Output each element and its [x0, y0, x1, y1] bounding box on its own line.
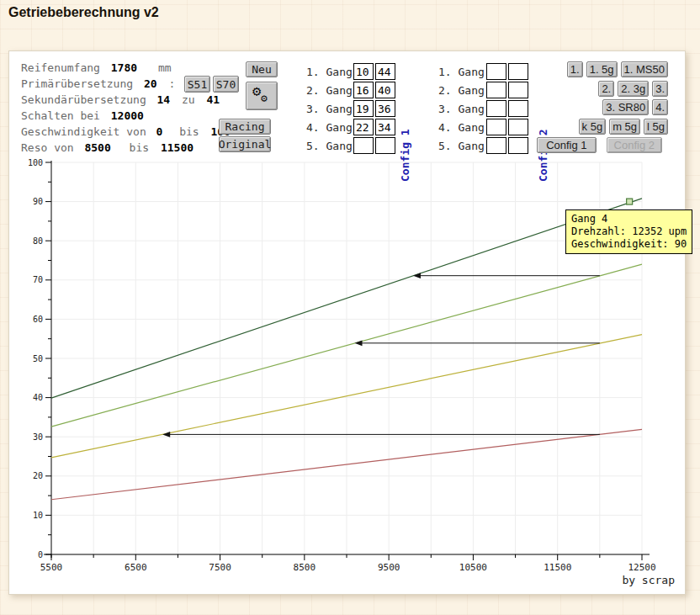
x-tick-label: 7500	[209, 562, 231, 573]
y-tick-label: 10	[33, 511, 43, 520]
x-tick-label: 10500	[459, 562, 487, 573]
tooltip-rpm: Drehzahl: 12352 upm	[571, 225, 687, 238]
x-tick-label: 12500	[628, 562, 655, 573]
y-tick-label: 80	[33, 236, 43, 246]
shift-arrowhead	[355, 340, 363, 346]
speed-chart[interactable]: 0102030405060708090100550065007500850095…	[9, 51, 685, 594]
y-tick-label: 30	[33, 432, 43, 442]
y-tick-label: 0	[38, 550, 43, 559]
y-tick-label: 90	[33, 197, 43, 206]
credit-text: by scrap	[622, 574, 675, 586]
page-title: Getriebeberechnung v2	[8, 5, 159, 20]
y-tick-label: 100	[28, 158, 43, 167]
app-panel: Reifenumfang 1780 mm Primärübersetzung 2…	[8, 50, 686, 595]
chart-tooltip: Gang 4 Drehzahl: 12352 upm Geschwindigke…	[565, 209, 692, 254]
y-tick-label: 40	[33, 393, 43, 402]
x-tick-label: 11500	[544, 562, 571, 573]
tooltip-gear: Gang 4	[571, 213, 687, 225]
shift-arrowhead	[413, 273, 421, 278]
y-tick-label: 20	[33, 471, 43, 480]
y-tick-label: 60	[33, 315, 43, 324]
x-tick-label: 5500	[40, 562, 63, 573]
x-tick-label: 8500	[294, 562, 316, 573]
x-tick-label: 6500	[125, 562, 147, 573]
selected-point-marker	[627, 199, 633, 204]
y-tick-label: 50	[33, 354, 43, 363]
y-tick-label: 70	[33, 275, 43, 284]
tooltip-speed: Geschwindigkeit: 90	[571, 238, 687, 251]
x-tick-label: 9500	[378, 562, 400, 573]
